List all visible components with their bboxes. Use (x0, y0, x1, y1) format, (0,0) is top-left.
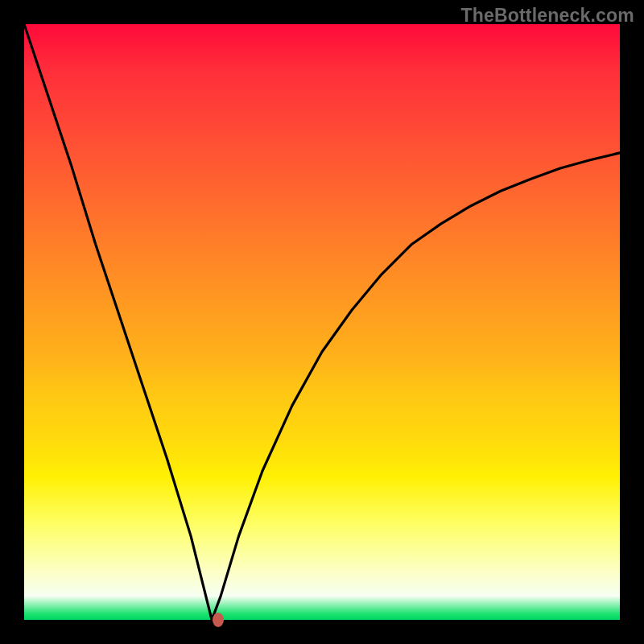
bottleneck-curve (24, 24, 620, 620)
chart-frame: TheBottleneck.com (0, 0, 644, 644)
optimum-marker (213, 613, 224, 627)
watermark-text: TheBottleneck.com (460, 5, 634, 27)
